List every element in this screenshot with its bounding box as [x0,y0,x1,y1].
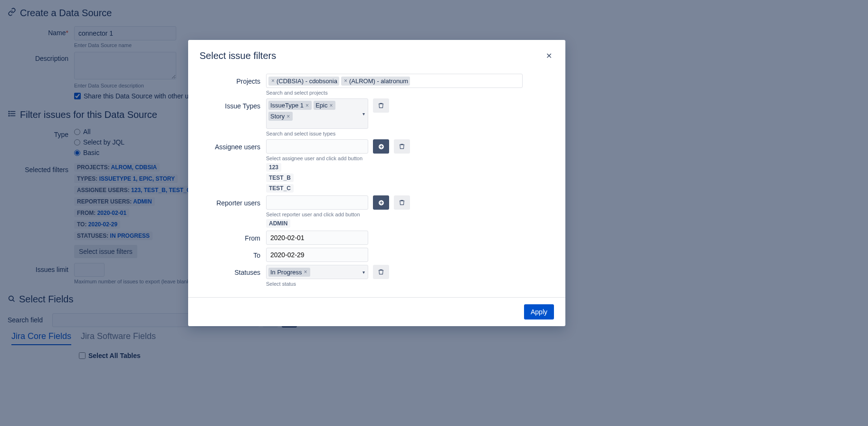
remove-chip-icon[interactable]: × [303,269,308,275]
close-button[interactable]: ✕ [544,49,554,62]
issue-types-clear-button[interactable] [373,98,389,113]
projects-label: Projects [200,74,266,85]
from-label: From [200,231,266,242]
issue-type-chip[interactable]: Story × [268,112,293,121]
to-date-input[interactable] [266,248,368,262]
assignee-clear-button[interactable] [394,139,410,154]
remove-chip-icon[interactable]: × [343,77,348,84]
assignee-label: Assignee users [200,139,266,151]
statuses-label: Statuses [200,265,266,276]
chevron-down-icon: ▾ [362,270,365,275]
statuses-select[interactable]: In Progress × ▾ [266,265,368,279]
assignee-add-button[interactable] [373,139,389,154]
issue-type-chip[interactable]: Epic × [314,101,335,110]
remove-chip-icon[interactable]: × [286,113,291,120]
reporter-input[interactable] [266,195,368,210]
reporter-hint: Select reporter user and click add butto… [266,212,554,217]
select-issue-filters-modal: Select issue filters ✕ Projects × (CDBSI… [188,40,565,326]
project-chip[interactable]: × (CDBSIA) - cdobsonia [268,77,339,86]
chevron-down-icon: ▾ [362,111,365,116]
project-chip[interactable]: × (ALROM) - alatronum [341,77,410,86]
remove-chip-icon[interactable]: × [305,102,310,109]
issue-type-chip[interactable]: IssueType 1 × [268,101,312,110]
reporter-clear-button[interactable] [394,195,410,210]
assignee-tag: 123 [266,163,281,172]
apply-button[interactable]: Apply [524,304,554,320]
status-chip[interactable]: In Progress × [268,268,310,277]
issue-types-select[interactable]: IssueType 1 × Epic × Story × ▾ [266,98,368,129]
reporter-tag: ADMIN [266,219,290,228]
to-label: To [200,248,266,259]
reporter-add-button[interactable] [373,195,389,210]
statuses-clear-button[interactable] [373,265,389,279]
assignee-tag: TEST_C [266,184,294,193]
statuses-hint: Select status [266,281,554,287]
reporter-label: Reporter users [200,195,266,207]
projects-hint: Search and select projects [266,90,554,96]
projects-select[interactable]: × (CDBSIA) - cdobsonia × (ALROM) - alatr… [266,74,523,88]
assignee-input[interactable] [266,139,368,154]
remove-chip-icon[interactable]: × [270,77,276,84]
modal-title: Select issue filters [200,50,276,61]
from-date-input[interactable] [266,231,368,245]
remove-chip-icon[interactable]: × [328,102,334,109]
issue-types-hint: Search and select issue types [266,131,554,136]
assignee-tag: TEST_B [266,174,294,182]
assignee-hint: Select assignee user and click add butto… [266,155,554,161]
issue-types-label: Issue Types [200,98,266,110]
